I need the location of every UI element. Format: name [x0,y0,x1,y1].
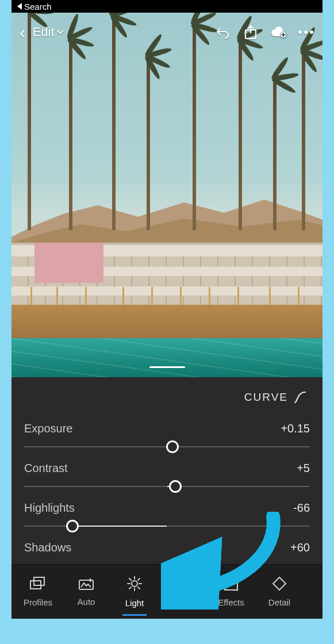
ios-back-label: Search [24,2,52,12]
svg-rect-7 [79,580,93,589]
chevron-down-icon [57,30,64,34]
tab-label: Color [172,598,193,608]
edit-label: Edit [33,25,55,40]
slider-value: +0.15 [281,422,310,435]
tab-label: Light [125,598,144,608]
tab-ge[interactable]: Ge [304,576,323,607]
cloud-sync-button[interactable] [270,24,287,41]
slider-contrast: Contrast+5 [24,462,310,492]
light-icon [126,576,143,593]
slider-value: +60 [290,541,310,554]
undo-icon [215,26,231,39]
slider-exposure: Exposure+0.15 [24,422,310,453]
image-drag-handle[interactable] [149,366,185,368]
back-button[interactable]: ‹ [20,22,26,43]
curve-row: CURVE [11,377,323,417]
photo-pool-deck [11,305,323,340]
undo-button[interactable] [214,24,232,41]
svg-rect-20 [224,577,237,590]
active-tab-underline [122,614,147,616]
light-sliders-panel: Exposure+0.15Contrast+5Highlights-66Shad… [11,417,323,564]
svg-line-16 [138,578,140,580]
svg-point-2 [298,30,302,34]
bottom-tab-bar: ProfilesAutoLightColorEffectsDetailGe [11,564,323,619]
tab-label: Auto [78,597,95,607]
svg-point-8 [132,581,137,586]
ios-status-bar: Search [11,0,323,13]
slider-track[interactable] [24,441,310,453]
svg-point-3 [304,30,308,34]
tab-auto[interactable]: Auto [62,577,110,607]
tab-label: Ge [322,597,323,607]
slider-label: Contrast [24,462,68,475]
tab-profiles[interactable]: Profiles [14,576,62,607]
profiles-icon [29,576,47,593]
back-triangle-icon [17,3,22,10]
slider-label: Shadows [24,541,71,554]
cloud-add-icon [270,25,287,39]
slider-thumb[interactable] [66,520,79,532]
slider-track[interactable] [24,520,310,532]
auto-icon [78,577,95,592]
slider-highlights: Highlights-66 [24,501,310,532]
editor-app: ‹ Edit [11,13,323,619]
tab-label: Detail [268,597,290,607]
slider-value: -66 [293,501,310,515]
slider-shadows: Shadows+60 [24,541,310,564]
curve-button[interactable]: CURVE [239,388,312,407]
ios-back-to-app[interactable]: Search [17,2,52,12]
tab-color[interactable]: Color [159,576,207,608]
tab-light[interactable]: Light [110,576,159,608]
slider-track[interactable] [24,560,310,564]
effects-icon [224,576,239,593]
more-button[interactable] [297,24,314,41]
curve-label: CURVE [244,391,288,404]
top-nav: ‹ Edit [11,18,323,46]
photo-pink-building [34,243,103,283]
slider-value: +5 [297,462,310,475]
tab-label: Profiles [24,597,52,607]
svg-point-4 [310,30,313,34]
slider-label: Highlights [24,501,75,515]
share-button[interactable] [242,24,259,41]
tab-detail[interactable]: Detail [255,576,304,607]
svg-rect-19 [225,577,237,590]
edit-menu[interactable]: Edit [33,25,64,40]
photo-preview[interactable]: ‹ Edit [11,13,323,377]
tab-effects[interactable]: Effects [207,576,255,607]
svg-point-18 [181,581,185,586]
more-icon [298,30,314,34]
slider-thumb[interactable] [247,559,259,564]
svg-line-14 [138,587,140,589]
svg-line-15 [129,587,131,589]
slider-label: Exposure [24,422,73,435]
curve-icon [294,391,306,404]
svg-line-13 [129,578,131,580]
detail-icon [272,576,287,593]
share-icon [244,25,258,40]
svg-point-17 [176,577,189,590]
slider-thumb[interactable] [169,480,182,493]
photo-pool [11,338,323,377]
slider-track[interactable] [24,481,310,492]
tab-label: Effects [218,597,244,607]
color-icon [175,576,191,593]
slider-thumb[interactable] [166,440,179,453]
app-window: Search [11,0,323,619]
